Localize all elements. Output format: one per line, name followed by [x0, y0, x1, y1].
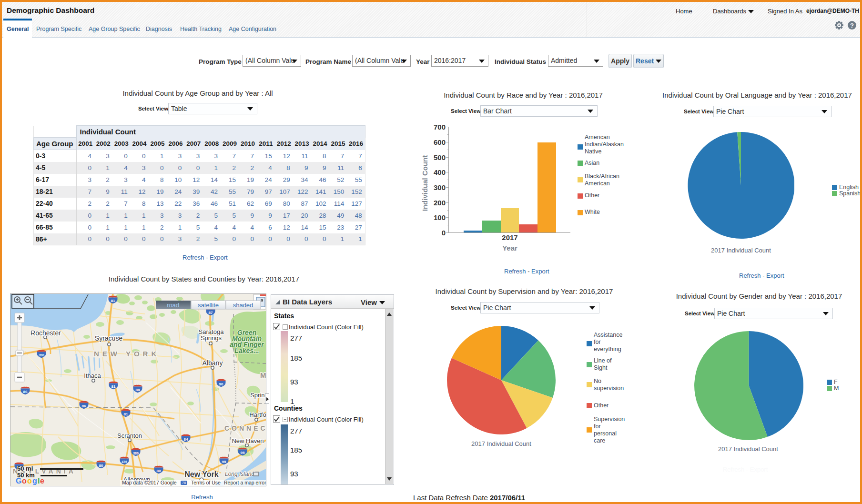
- svg-text:476: 476: [122, 460, 127, 464]
- svg-text:380: 380: [133, 452, 139, 455]
- svg-text:95: 95: [222, 460, 226, 464]
- svg-text:g: g: [32, 477, 37, 485]
- svg-text:Terms of Use: Terms of Use: [191, 480, 221, 485]
- svg-text:Long Island: Long Island: [225, 471, 254, 477]
- svg-text:90: 90: [219, 382, 223, 386]
- svg-text:81: 81: [112, 384, 116, 389]
- svg-text:86: 86: [23, 390, 28, 394]
- svg-text:88: 88: [136, 388, 140, 392]
- svg-text:Syracuse: Syracuse: [95, 334, 123, 342]
- svg-text:95: 95: [241, 451, 245, 455]
- svg-text:o: o: [27, 477, 32, 485]
- svg-text:Spring: Spring: [250, 392, 266, 399]
- svg-text:Rochester: Rochester: [30, 329, 61, 337]
- svg-text:86: 86: [82, 404, 86, 408]
- svg-text:e: e: [40, 477, 44, 485]
- svg-text:78: 78: [182, 481, 186, 485]
- svg-text:Hartfo: Hartfo: [249, 411, 266, 418]
- svg-text:Scranton: Scranton: [117, 432, 142, 439]
- svg-text:shaded: shaded: [233, 302, 254, 309]
- svg-text:road: road: [167, 302, 179, 309]
- svg-text:87: 87: [209, 311, 213, 315]
- svg-text:80: 80: [99, 464, 103, 468]
- svg-text:l: l: [38, 477, 40, 485]
- svg-text:81: 81: [124, 412, 128, 416]
- svg-text:84: 84: [184, 437, 188, 442]
- svg-text:?: ?: [850, 22, 854, 29]
- svg-text:CONNEC: CONNEC: [224, 424, 266, 432]
- svg-text:G: G: [16, 477, 21, 485]
- svg-text:390: 390: [39, 353, 44, 357]
- svg-text:o: o: [22, 477, 27, 485]
- svg-text:50 mi: 50 mi: [17, 465, 33, 472]
- svg-text:New York: New York: [184, 470, 219, 478]
- svg-text:Ithaca: Ithaca: [84, 372, 101, 379]
- svg-text:NEW YORK: NEW YORK: [94, 350, 160, 358]
- svg-text:81: 81: [111, 299, 115, 303]
- svg-text:satellite: satellite: [198, 302, 219, 309]
- svg-text:MA: MA: [260, 371, 266, 379]
- svg-text:New Haven: New Haven: [232, 437, 264, 444]
- svg-text:Lakes...: Lakes...: [234, 347, 259, 354]
- svg-text:Albany: Albany: [203, 359, 223, 367]
- svg-text:80: 80: [157, 469, 161, 473]
- svg-text:Report a map error: Report a map error: [224, 480, 266, 485]
- svg-text:Springs: Springs: [201, 334, 222, 342]
- svg-text:Map data ©2017 Google: Map data ©2017 Google: [122, 480, 177, 485]
